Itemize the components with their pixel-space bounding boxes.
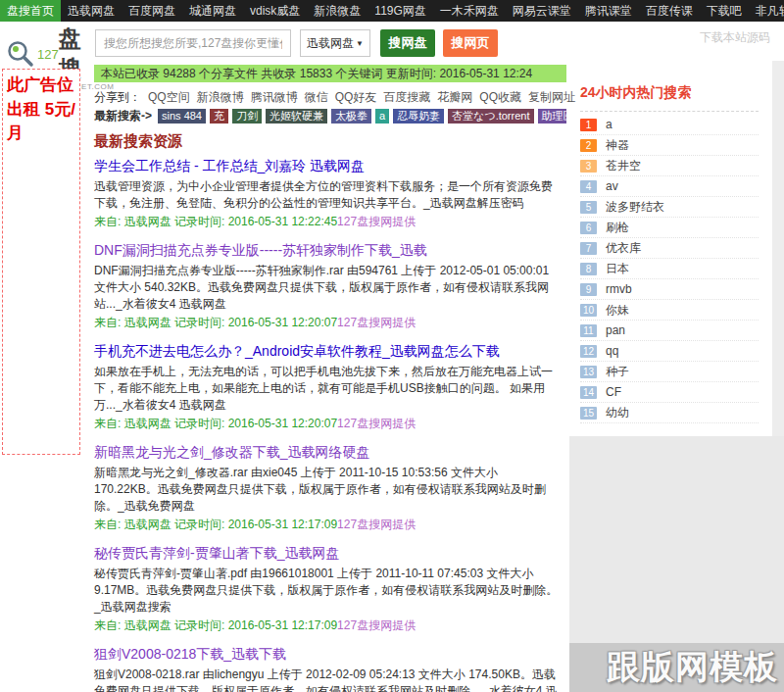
topbar-link[interactable]: 非凡软件	[749, 0, 784, 22]
result-meta: 来自: 迅载网盘 记录时间: 2016-05-31 12:20:07127盘搜网…	[94, 416, 563, 432]
topbar-link[interactable]: 网易云课堂	[506, 0, 578, 22]
result-title-link[interactable]: 新暗黑龙与光之剑_修改器下载_迅载网络硬盘	[94, 443, 370, 462]
share-links: QQ空间新浪微博腾讯微博微信QQ好友百度搜藏花瓣网QQ收藏复制网址	[148, 89, 575, 106]
search-result: 手机充不进去电怎么办？_Android安卓软件教程_迅载网盘怎么下载 如果放在手…	[94, 342, 563, 432]
hot-search-item[interactable]: 12 qq	[580, 341, 759, 362]
result-description: 秘传贾氏青萍剑-贾肇山著.pdf 由19661018001 上传于 2011-1…	[94, 566, 563, 616]
share-link[interactable]: 花瓣网	[437, 89, 472, 106]
rank-badge: 1	[580, 119, 597, 131]
hot-tag[interactable]: 助理医师	[538, 109, 567, 124]
share-link[interactable]: 复制网址	[528, 89, 575, 106]
search-result: DNF漏洞扫描充点券专业版-----苏轩独家制作下载_迅载 DNF漏洞扫描充点券…	[94, 241, 563, 331]
search-web-button[interactable]: 搜网页	[443, 29, 498, 57]
hot-search-list: 1 a 2 神器 3 苍井空 4 av 5 波多野结衣 6 刷枪 7 优衣库 8…	[580, 115, 759, 423]
hot-search-item[interactable]: 6 刷枪	[580, 218, 759, 238]
topbar-link[interactable]: 一木禾网盘	[433, 0, 506, 22]
result-provider: 127盘搜网提供	[337, 215, 416, 228]
search-result: 学生会工作总结 - 工作总结_刘嘉玲 迅载网盘 迅载管理资源，为中小企业管理者提…	[94, 157, 563, 230]
topbar-link[interactable]: 腾讯课堂	[578, 0, 639, 22]
hot-search-text: 波多野结衣	[606, 199, 664, 216]
hot-search-item[interactable]: 1 a	[580, 115, 759, 135]
topbar-link-label: 迅载网盘	[68, 4, 115, 18]
topbar-link[interactable]: 百度传课	[639, 0, 700, 22]
hot-tag[interactable]: sins 484	[158, 109, 206, 124]
hot-search-text: 苍井空	[606, 158, 641, 174]
topbar-link-label: 腾讯课堂	[585, 4, 632, 18]
hot-search-item[interactable]: 5 波多野结衣	[580, 197, 759, 218]
hot-tag[interactable]: 刀剑	[232, 109, 262, 124]
hot-tag[interactable]: 光姬软硬兼	[266, 109, 327, 124]
share-link[interactable]: 百度搜藏	[383, 89, 430, 106]
tags-list: sins 484充刀剑光姬软硬兼太极拳a忍辱奶妻杏堂なつ.torrent助理医师…	[158, 109, 566, 124]
hot-tag[interactable]: 忍辱奶妻	[393, 109, 444, 124]
hot-tag[interactable]: a	[375, 109, 389, 124]
topbar: 盘搜首页迅载网盘百度网盘城通网盘vdisk威盘新浪微盘119G网盘一木禾网盘网易…	[0, 0, 784, 22]
hot-search-item[interactable]: 2 神器	[580, 135, 759, 156]
share-link[interactable]: QQ收藏	[479, 89, 521, 106]
hot-search-item[interactable]: 10 你妹	[580, 300, 759, 321]
select-value: 迅载网盘	[307, 35, 354, 52]
hot-search-item[interactable]: 13 种子	[580, 362, 759, 382]
hot-tag[interactable]: 充	[210, 109, 228, 124]
hot-search-item[interactable]: 11 pan	[580, 321, 759, 341]
topbar-link[interactable]: 下载吧	[700, 0, 749, 22]
header: 127 盘搜 PANSOU.FLASH-GET.COM 迅载网盘 ▼ 搜网盘 搜…	[0, 22, 784, 65]
result-title-link[interactable]: DNF漏洞扫描充点券专业版-----苏轩独家制作下载_迅载	[94, 241, 427, 260]
share-link[interactable]: QQ空间	[148, 89, 190, 106]
result-description: 迅载管理资源，为中小企业管理者提供全方位的管理资料下载服务；是一个所有资源免费下…	[94, 178, 563, 212]
rank-badge: 6	[580, 222, 597, 234]
result-title-link[interactable]: 狙剑V2008-0218下载_迅载下载	[94, 645, 286, 664]
topbar-link-label: 119G网盘	[374, 4, 425, 18]
result-description: 狙剑V2008-0218.rar 由lichengyu 上传于 2012-02-…	[94, 667, 563, 692]
topbar-link[interactable]: 城通网盘	[182, 0, 243, 22]
topbar-link[interactable]: vdisk威盘	[243, 0, 307, 22]
hot-search-item[interactable]: 15 幼幼	[580, 403, 759, 423]
topbar-link[interactable]: 盘搜首页	[0, 0, 61, 22]
hot-tag[interactable]: 太极拳	[331, 109, 371, 124]
hot-tag[interactable]: 杏堂なつ.torrent	[448, 109, 533, 124]
hot-search-item[interactable]: 14 CF	[580, 382, 759, 403]
hot-search-item[interactable]: 8 日本	[580, 259, 759, 279]
rank-badge: 7	[580, 242, 597, 255]
result-source-time: 来自: 迅载网盘 记录时间: 2016-05-31 12:17:09	[94, 618, 337, 632]
search-pan-button[interactable]: 搜网盘	[380, 29, 435, 57]
hot-search-text: 日本	[606, 261, 629, 277]
topbar-link-label: 一木禾网盘	[440, 4, 499, 18]
result-description: DNF漏洞扫描充点券专业版-----苏轩独家制作.rar 由594761 上传于…	[94, 263, 563, 313]
topbar-link-label: 百度传课	[646, 4, 693, 18]
share-link[interactable]: 腾讯微博	[251, 89, 298, 106]
ad-placeholder[interactable]: 此广告位出租 5元/月	[2, 69, 80, 455]
hot-search-text: 幼幼	[606, 405, 629, 421]
topbar-link[interactable]: 迅载网盘	[61, 0, 122, 22]
hot-search-item[interactable]: 4 av	[580, 176, 759, 197]
topbar-link[interactable]: 119G网盘	[368, 0, 432, 22]
hot-search-item[interactable]: 3 苍井空	[580, 156, 759, 176]
result-provider: 127盘搜网提供	[337, 618, 416, 632]
search-input[interactable]	[95, 29, 291, 57]
rank-badge: 5	[580, 201, 597, 214]
share-link[interactable]: QQ好友	[335, 89, 377, 106]
rank-badge: 12	[580, 345, 597, 358]
hot-search-item[interactable]: 7 优衣库	[580, 238, 759, 259]
share-link[interactable]: 微信	[305, 89, 328, 106]
search-engine-select[interactable]: 迅载网盘 ▼	[300, 29, 370, 57]
stats-bar: 本站已收录 94288 个分享文件 共收录 15833 个关键词 更新时间: 2…	[94, 65, 566, 82]
search-result: 狙剑V2008-0218下载_迅载下载 狙剑V2008-0218.rar 由li…	[94, 645, 563, 692]
hot-search-item[interactable]: 9 rmvb	[580, 279, 759, 300]
result-title-link[interactable]: 秘传贾氏青萍剑-贾肇山著下载_迅载网盘	[94, 544, 339, 563]
share-link[interactable]: 新浪微博	[197, 89, 244, 106]
result-description: 新暗黑龙与光之剑_修改器.rar 由xie045 上传于 2011-10-15 …	[94, 465, 563, 515]
topbar-link[interactable]: 新浪微盘	[307, 0, 368, 22]
watermark-band: 跟版网模板	[569, 643, 784, 692]
download-source-link[interactable]: 下载本站源码	[700, 29, 770, 46]
chevron-down-icon: ▼	[356, 39, 364, 48]
topbar-link[interactable]: 百度网盘	[122, 0, 182, 22]
topbar-link-label: 盘搜首页	[7, 4, 54, 18]
result-title-link[interactable]: 手机充不进去电怎么办？_Android安卓软件教程_迅载网盘怎么下载	[94, 342, 500, 361]
result-title-link[interactable]: 学生会工作总结 - 工作总结_刘嘉玲 迅载网盘	[94, 157, 365, 175]
result-meta: 来自: 迅载网盘 记录时间: 2016-05-31 12:17:09127盘搜网…	[94, 618, 563, 634]
share-label: 分享到：	[94, 89, 141, 106]
search-results: 学生会工作总结 - 工作总结_刘嘉玲 迅载网盘 迅载管理资源，为中小企业管理者提…	[94, 157, 563, 692]
hot-search-text: 刷枪	[606, 220, 629, 236]
site-logo[interactable]: 127 盘搜 PANSOU.FLASH-GET.COM	[6, 24, 104, 63]
